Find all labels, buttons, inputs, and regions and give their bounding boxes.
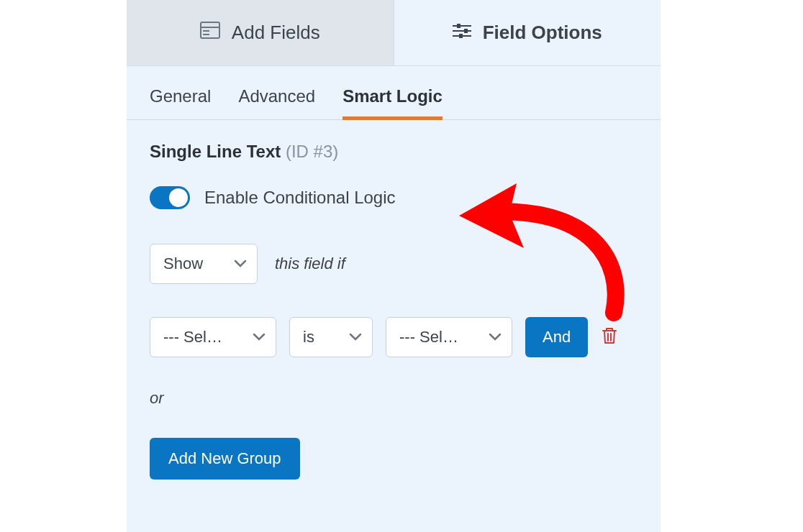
field-options-panel: Add Fields Field Options General Advance… — [127, 0, 661, 532]
rule-operator-value: is — [303, 328, 314, 347]
add-new-group-button[interactable]: Add New Group — [150, 438, 300, 480]
action-select[interactable]: Show — [150, 244, 258, 284]
trash-icon — [601, 326, 618, 348]
rule-field-value: --- Sel… — [163, 328, 222, 347]
chevron-down-icon — [349, 333, 362, 341]
action-row: Show this field if — [150, 244, 638, 284]
layout-icon — [200, 22, 220, 44]
conditional-logic-toggle-label: Enable Conditional Logic — [204, 188, 396, 208]
chevron-down-icon — [234, 260, 247, 268]
tab-add-fields-label: Add Fields — [232, 22, 320, 44]
action-suffix-label: this field if — [275, 254, 345, 273]
svg-rect-5 — [457, 24, 461, 28]
field-title: Single Line Text (ID #3) — [150, 142, 638, 162]
toggle-knob — [169, 188, 188, 207]
tab-field-options[interactable]: Field Options — [394, 0, 661, 65]
delete-rule-button[interactable] — [601, 326, 618, 348]
chevron-down-icon — [489, 333, 502, 341]
chevron-down-icon — [253, 333, 266, 341]
smart-logic-content: Single Line Text (ID #3) Enable Conditio… — [127, 142, 661, 480]
conditional-toggle-row: Enable Conditional Logic — [150, 186, 638, 209]
rule-row: --- Sel… is --- Sel… And — [150, 317, 638, 357]
svg-rect-9 — [459, 34, 463, 38]
subtab-advanced[interactable]: Advanced — [238, 86, 315, 119]
or-label: or — [150, 389, 638, 408]
sub-tabs: General Advanced Smart Logic — [127, 66, 661, 120]
tab-add-fields[interactable]: Add Fields — [127, 0, 394, 65]
and-button[interactable]: And — [525, 317, 588, 357]
svg-rect-7 — [464, 29, 468, 33]
rule-value-value: --- Sel… — [399, 328, 458, 347]
subtab-general[interactable]: General — [150, 86, 211, 119]
field-id: (ID #3) — [286, 142, 338, 161]
rule-operator-select[interactable]: is — [289, 317, 373, 357]
top-tabs: Add Fields Field Options — [127, 0, 661, 66]
sliders-icon — [453, 22, 471, 44]
field-name: Single Line Text — [150, 142, 281, 161]
rule-value-select[interactable]: --- Sel… — [386, 317, 512, 357]
rule-field-select[interactable]: --- Sel… — [150, 317, 276, 357]
conditional-logic-toggle[interactable] — [150, 186, 190, 209]
tab-field-options-label: Field Options — [483, 22, 602, 44]
subtab-smart-logic[interactable]: Smart Logic — [342, 86, 443, 119]
action-select-value: Show — [163, 254, 203, 273]
